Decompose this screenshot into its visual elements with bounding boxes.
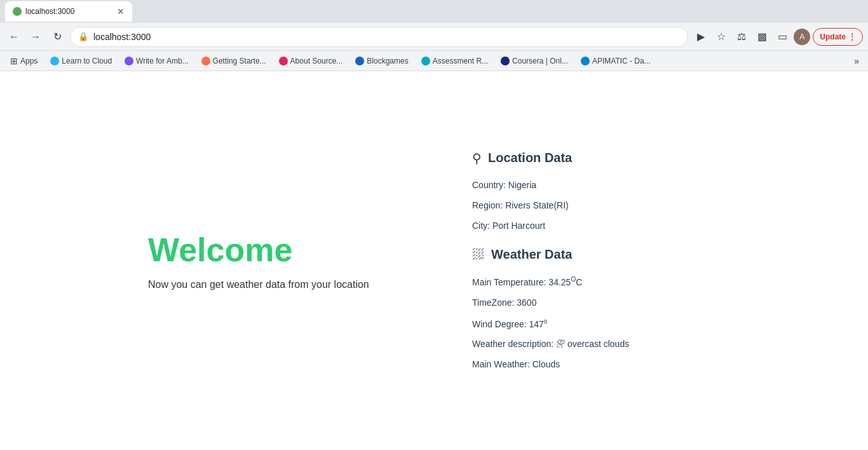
tab-favicon <box>13 7 22 16</box>
welcome-subtitle: Now you can get weather data from your l… <box>148 279 396 290</box>
bookmarks-more-button[interactable]: » <box>850 55 863 67</box>
toolbar-actions: ▶ ☆ ⚖ ▩ ▭ A Update ⋮ <box>692 28 863 46</box>
location-section-title: Location Data <box>488 151 572 165</box>
bookmark-blockgames[interactable]: Blockgames <box>350 55 413 67</box>
temperature-degree-symbol: O <box>571 276 576 283</box>
bookmarks-bar: ⊞ Apps Learn to Cloud Write for Amb... G… <box>0 51 868 71</box>
tab-title: localhost:3000 <box>25 7 74 16</box>
bookmark-write-for-amb[interactable]: Write for Amb... <box>119 55 193 67</box>
bookmark-learn-to-cloud[interactable]: Learn to Cloud <box>45 55 117 67</box>
wind-degree-row: Wind Degree: 147o <box>472 317 720 331</box>
learn-to-cloud-icon <box>50 57 59 65</box>
bookmark-assessment[interactable]: Assessment R... <box>416 55 493 67</box>
toolbar: ← → ↻ 🔒 localhost:3000 ▶ ☆ ⚖ ▩ ▭ A Updat… <box>0 23 868 51</box>
tab-search-button[interactable]: ▭ <box>773 28 791 46</box>
profile-avatar[interactable]: A <box>794 29 810 45</box>
bookmark-getting-started[interactable]: Getting Starte... <box>196 55 271 67</box>
temperature-row: Main Temperature: 34.25OC <box>472 275 720 289</box>
bookmark-apps[interactable]: ⊞ Apps <box>5 55 43 67</box>
location-section-header: ⚲ Location Data <box>472 151 720 166</box>
cloud-icon: ⛈ <box>556 339 567 349</box>
location-section: ⚲ Location Data Country: Nigeria Region:… <box>472 151 720 232</box>
apps-grid-icon: ⊞ <box>10 56 18 66</box>
forward-button[interactable]: → <box>27 28 44 46</box>
coursera-icon <box>501 57 510 65</box>
left-panel: Welcome Now you can get weather data fro… <box>148 231 396 290</box>
tab-close-button[interactable]: ✕ <box>117 6 125 17</box>
back-button[interactable]: ← <box>5 28 23 46</box>
bookmark-apimatic[interactable]: APIMATIC - Da... <box>576 55 656 67</box>
getting-started-icon <box>201 57 210 65</box>
apimatic-icon <box>581 57 590 65</box>
weather-description-row: Weather description: ⛈ overcast clouds <box>472 338 720 350</box>
wind-degree-symbol: o <box>544 318 548 325</box>
assessment-icon <box>421 57 430 65</box>
right-panel: ⚲ Location Data Country: Nigeria Region:… <box>472 151 720 371</box>
about-source-icon <box>279 57 288 65</box>
city-row: City: Port Harcourt <box>472 219 720 232</box>
weather-section-header: ⛆ Weather Data <box>472 247 720 262</box>
address-bar[interactable]: 🔒 localhost:3000 <box>70 27 688 47</box>
page-content: Welcome Now you can get weather data fro… <box>0 71 868 450</box>
bookmark-coursera[interactable]: Coursera | Onl... <box>496 55 573 67</box>
welcome-title: Welcome <box>148 231 396 269</box>
weather-section: ⛆ Weather Data Main Temperature: 34.25OC… <box>472 247 720 371</box>
bookmark-star-button[interactable]: ☆ <box>712 28 730 46</box>
main-weather-row: Main Weather: Clouds <box>472 358 720 371</box>
url-text: localhost:3000 <box>93 32 151 42</box>
tab-bar: localhost:3000 ✕ <box>0 0 868 23</box>
country-row: Country: Nigeria <box>472 179 720 191</box>
thermometer-icon: ⛆ <box>472 247 485 262</box>
extensions-button[interactable]: ⚖ <box>733 28 750 46</box>
update-button[interactable]: Update ⋮ <box>813 28 863 46</box>
lock-icon: 🔒 <box>78 32 88 41</box>
cast-button[interactable]: ▶ <box>692 28 710 46</box>
bookmark-about-source[interactable]: About Source... <box>274 55 348 67</box>
temperature-unit: C <box>576 277 582 287</box>
timezone-row: TimeZone: 3600 <box>472 296 720 309</box>
reload-button[interactable]: ↻ <box>48 28 66 46</box>
active-tab[interactable]: localhost:3000 ✕ <box>5 1 132 22</box>
media-button[interactable]: ▩ <box>753 28 771 46</box>
content-wrapper: Welcome Now you can get weather data fro… <box>148 151 720 371</box>
write-for-amb-icon <box>125 57 133 65</box>
region-row: Region: Rivers State(RI) <box>472 199 720 212</box>
blockgames-icon <box>355 57 364 65</box>
weather-section-title: Weather Data <box>491 247 572 262</box>
update-menu-icon: ⋮ <box>848 32 856 41</box>
location-icon: ⚲ <box>472 151 482 166</box>
browser-chrome: localhost:3000 ✕ ← → ↻ 🔒 localhost:3000 … <box>0 0 868 71</box>
